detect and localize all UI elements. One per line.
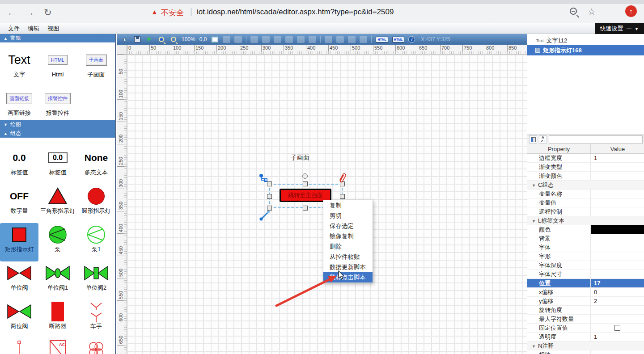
property-row-位置[interactable]: 位置17 [527, 279, 644, 288]
property-value[interactable] [591, 172, 644, 180]
menu-item-视图[interactable]: 视图 [47, 23, 59, 34]
property-value[interactable] [591, 306, 644, 314]
palette-item-断路器[interactable]: 断路器 [38, 300, 77, 338]
context-menu-item-从控件粘贴[interactable]: 从控件粘贴 [323, 252, 373, 262]
property-row-旋转角度[interactable]: 旋转角度 [527, 306, 644, 315]
property-value[interactable] [591, 270, 644, 278]
property-value[interactable] [591, 252, 644, 261]
zoom-out-icon[interactable] [570, 8, 577, 17]
context-menu-item-删除[interactable]: 删除 [323, 241, 373, 252]
property-row-颜色[interactable]: 颜色 [527, 225, 644, 234]
palette-item-单位阀[interactable]: 单位阀 [0, 261, 38, 300]
palette-item-Html[interactable]: HTMLHtml [38, 48, 77, 87]
zoom-out-icon[interactable]: - [169, 35, 178, 43]
reload-icon[interactable]: ↻ [44, 7, 52, 18]
forward-arrow-icon[interactable]: → [25, 7, 34, 18]
warning-triangle-icon[interactable]: ▲ [151, 8, 158, 16]
property-row-C组态[interactable]: ▼C组态 [527, 181, 644, 190]
select-cursor-icon[interactable] [121, 35, 129, 43]
palette-item-矩形指示灯[interactable]: 矩形指示灯 [0, 223, 38, 261]
property-row-标注[interactable]: 标注 [527, 350, 644, 354]
palette-item-车手[interactable]: 车手 [77, 300, 115, 338]
design-canvas[interactable]: 子画面 跳转至主画面 复制剪切保存选定镜像复制删除从控件粘贴数据更新脚本鼠标点击… [127, 55, 527, 354]
resize-handle-w[interactable] [267, 194, 272, 199]
save-icon[interactable] [133, 35, 141, 43]
palette-item-单位阀1[interactable]: 单位阀1 [38, 261, 77, 300]
security-warning-label[interactable]: 不安全 [161, 8, 184, 18]
palette-item-泵1[interactable]: 泵1 [77, 223, 115, 261]
context-menu-item-复制[interactable]: 复制 [323, 200, 373, 211]
property-row-渐变类型[interactable]: 渐变类型 [527, 163, 644, 172]
object-tree-item-text[interactable]: Text 文字112 [527, 36, 644, 45]
resize-handle-e[interactable] [340, 194, 345, 199]
palette-item-报警控件[interactable]: 报警控件报警控件 [38, 87, 77, 125]
palette-item-泵[interactable]: 泵 [38, 223, 77, 261]
property-value[interactable] [591, 234, 644, 243]
palette-item-标签值[interactable]: 0.0标签值 [0, 146, 38, 185]
property-filter-input[interactable] [549, 135, 643, 143]
palette-item-子画面[interactable]: 子画面子画面 [77, 48, 115, 87]
palette-item-多态文本[interactable]: None多态文本 [77, 146, 115, 185]
property-row-字形[interactable]: 字形 [527, 252, 644, 261]
sort-az-icon[interactable]: AZ↓ [539, 135, 547, 143]
menu-item-编辑[interactable]: 编辑 [28, 23, 39, 34]
sidebar-section-general[interactable]: ▲常规 [0, 34, 115, 42]
quick-settings-button[interactable]: 快速设置 ▼ [595, 23, 644, 34]
property-value[interactable]: 0 [591, 288, 644, 296]
property-value[interactable]: 2 [591, 297, 644, 305]
property-value[interactable] [591, 324, 644, 332]
context-menu-item-剪切[interactable]: 剪切 [323, 211, 373, 221]
property-row-透明度[interactable]: 透明度1 [527, 333, 644, 341]
property-row-背景[interactable]: 背景 [527, 234, 644, 243]
property-value[interactable] [591, 350, 644, 354]
resize-handle-s[interactable] [303, 206, 308, 211]
diagonal-resize-icon[interactable] [259, 209, 271, 221]
property-row-变量值[interactable]: 变量值 [527, 198, 644, 207]
context-menu-item-镜像复制[interactable]: 镜像复制 [323, 231, 373, 241]
info-icon[interactable]: i [408, 36, 415, 43]
property-row-字体尺寸[interactable]: 字体尺寸 [527, 270, 644, 279]
property-value[interactable] [591, 315, 644, 323]
context-menu-item-数据更新脚本[interactable]: 数据更新脚本 [323, 262, 373, 272]
property-value[interactable] [591, 207, 644, 216]
palette-item-数字量[interactable]: OFF数字量 [0, 185, 38, 223]
property-value[interactable] [591, 261, 644, 270]
context-menu-item-鼠标点击脚本[interactable]: 鼠标点击脚本 [323, 272, 373, 282]
property-row-边框宽度[interactable]: 边框宽度1 [527, 154, 644, 163]
html-export-icon[interactable]: HTML [376, 37, 388, 42]
property-row-x偏移[interactable]: x偏移0 [527, 288, 644, 297]
palette-item-标签值[interactable]: 0.0标签值 [38, 146, 77, 185]
property-row-最大字符数量[interactable]: 最大字符数量 [527, 315, 644, 324]
connector-anchor-icon[interactable] [258, 173, 270, 185]
property-row-L标签文本[interactable]: ▼L标签文本 [527, 216, 644, 225]
property-value[interactable] [591, 225, 644, 234]
property-value[interactable] [591, 163, 644, 171]
back-arrow-icon[interactable]: ← [7, 7, 17, 18]
categorized-view-icon[interactable] [529, 135, 537, 143]
marker-icon[interactable] [145, 35, 153, 43]
palette-item-DT[interactable]: DT [77, 338, 115, 354]
property-row-N注释[interactable]: ▼N注释 [527, 341, 644, 350]
property-value[interactable] [591, 190, 644, 198]
update-badge-icon[interactable]: ↑ [625, 5, 637, 17]
sidebar-section-scada[interactable]: ▲组态 [0, 129, 115, 138]
color-swatch[interactable] [591, 225, 644, 234]
property-row-字体深度[interactable]: 字体深度 [527, 261, 644, 270]
palette-item-画面链接[interactable]: 画面链接画面链接 [0, 87, 38, 125]
object-tree-item-rect-lamp[interactable]: 矩形指示灯168 [527, 45, 644, 55]
zoom-in-icon[interactable]: + [157, 35, 165, 43]
star-bookmark-icon[interactable]: ☆ [588, 6, 596, 17]
palette-item-文字[interactable]: Text文字 [0, 48, 38, 87]
subscreen-widget[interactable]: 子画面 [291, 154, 309, 162]
rotate-handle[interactable] [302, 173, 308, 179]
property-row-远程控制[interactable]: 远程控制 [527, 207, 644, 216]
palette-item-两位阀[interactable]: 两位阀 [0, 300, 38, 338]
address-bar[interactable]: iot.idosp.net/html/scada/editor.aspx.htm… [197, 8, 394, 17]
palette-item-单位阀2[interactable]: 单位阀2 [77, 261, 115, 300]
page-settings-icon[interactable] [211, 35, 219, 43]
context-menu-item-保存选定[interactable]: 保存选定 [323, 221, 373, 231]
html-preview-icon[interactable]: HTML [392, 37, 404, 42]
property-value[interactable] [591, 198, 644, 207]
property-value[interactable]: 1 [591, 333, 644, 341]
property-value[interactable] [591, 243, 644, 252]
